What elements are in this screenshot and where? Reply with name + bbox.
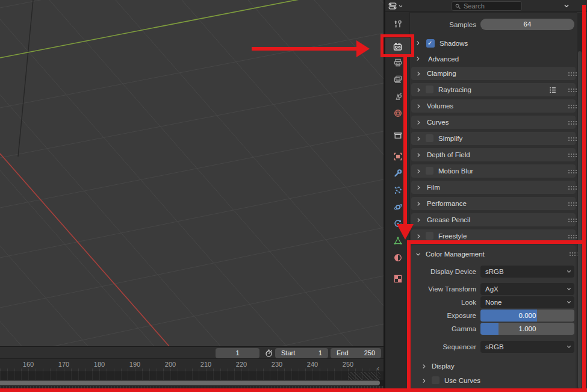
advanced-label: Advanced [428, 53, 459, 65]
motion-blur-checkbox[interactable] [426, 167, 433, 175]
chevron-down-icon [566, 344, 572, 350]
view-transform-dropdown[interactable]: AgX [480, 283, 574, 295]
tab-texture[interactable] [385, 270, 410, 287]
annotation-line-right-edge [582, 5, 586, 392]
tab-material[interactable] [385, 249, 410, 266]
world-globe-icon [393, 108, 403, 118]
frame-start-field[interactable]: Start 1 [275, 348, 328, 358]
ruler-tick-label: 160 [19, 361, 37, 368]
panel-section-performance[interactable]: Performance [411, 197, 576, 210]
panel-section-grease-pencil[interactable]: Grease Pencil [411, 213, 576, 226]
gamma-slider[interactable]: 1.000 [480, 323, 574, 335]
viewport-3d[interactable] [0, 0, 384, 346]
drag-handle-icon[interactable] [568, 219, 570, 220]
timeline-scroll-track[interactable] [0, 380, 384, 386]
chevron-right-icon [415, 152, 422, 158]
viewport-grid [0, 0, 384, 346]
timeline-header: 1 Start 1 End 250 [0, 346, 384, 359]
annotation-arrow-vertical-shaft [403, 57, 407, 224]
panel-scrollbar-thumb[interactable] [578, 51, 582, 388]
scene-icon [393, 92, 403, 101]
drag-handle-icon[interactable] [568, 170, 570, 171]
chevron-down-icon [566, 269, 572, 275]
search-input[interactable]: Search [452, 1, 522, 11]
section-label: Raytracing [438, 84, 471, 96]
section-label: Film [427, 181, 440, 193]
simplify-checkbox[interactable] [426, 134, 433, 142]
panel-section-volumes[interactable]: Volumes [411, 99, 576, 113]
drag-handle-icon[interactable] [568, 121, 570, 122]
wrench-icon [393, 169, 403, 178]
chevron-right-icon [415, 184, 422, 191]
chevron-down-icon [566, 299, 572, 305]
sequencer-dropdown[interactable]: sRGB [480, 341, 574, 353]
particles-icon [393, 185, 403, 195]
section-label: Clamping [427, 67, 456, 79]
drag-handle-icon[interactable] [568, 154, 570, 155]
ruler-tick-label: 170 [55, 361, 73, 368]
properties-header-bar: Search [385, 0, 587, 12]
annotation-arrow-vertical-head [397, 224, 414, 240]
chevron-right-icon[interactable] [415, 55, 421, 62]
current-frame-field[interactable]: 1 [216, 348, 259, 358]
panel-section-simplify[interactable]: Simplify [411, 132, 576, 145]
search-placeholder: Search [464, 2, 485, 10]
drag-handle-icon[interactable] [568, 186, 570, 187]
chevron-right-icon [415, 201, 422, 207]
panel-section-raytracing[interactable]: Raytracing [411, 83, 576, 96]
look-label: Look [410, 296, 476, 308]
drag-handle-icon[interactable] [570, 252, 571, 254]
physics-orbit-icon [393, 202, 403, 212]
drag-handle-icon[interactable] [568, 137, 570, 138]
drag-handle-icon[interactable] [568, 202, 570, 204]
frame-end-field[interactable]: End 250 [331, 348, 381, 358]
timeline-editor: 1 Start 1 End 250 160 170 180 190 200 21… [0, 346, 384, 392]
gamma-value: 1.000 [480, 323, 574, 335]
section-label: Curves [427, 116, 449, 128]
chevron-down-icon [566, 286, 572, 292]
panel-section-motion-blur[interactable]: Motion Blur [411, 164, 576, 178]
panel-section-depth-of-field[interactable]: Depth of Field [411, 148, 576, 161]
freestyle-checkbox[interactable] [426, 232, 433, 240]
raytracing-checkbox[interactable] [426, 86, 433, 93]
panel-section-clamping[interactable]: Clamping [411, 67, 576, 80]
presets-list-icon[interactable] [548, 86, 557, 94]
panel-section-film[interactable]: Film [411, 181, 576, 194]
chevron-right-icon[interactable] [415, 40, 421, 46]
ruler-tick-label: 200 [161, 361, 179, 368]
color-management-title: Color Management [426, 248, 485, 260]
editor-type-button[interactable] [388, 1, 409, 11]
view-layer-images-icon [393, 75, 403, 84]
drag-handle-icon[interactable] [568, 105, 570, 106]
panel-scrollbar-track[interactable] [577, 13, 582, 392]
timeline-scrollbar[interactable] [0, 381, 380, 385]
sequencer-value: sRGB [485, 343, 504, 350]
samples-field[interactable]: 64 [480, 19, 574, 30]
chevron-right-icon [415, 135, 422, 142]
tab-tool[interactable] [385, 16, 410, 33]
exposure-label: Exposure [410, 310, 476, 322]
collection-box-icon [393, 131, 403, 140]
timeline-tracks[interactable] [0, 372, 384, 380]
section-label: Volumes [427, 100, 453, 112]
chevron-right-icon [415, 233, 422, 240]
shadows-checkbox[interactable] [426, 39, 435, 48]
timeline-collapse-arrow-icon[interactable]: ‹ [377, 364, 383, 373]
z-axis-line [18, 0, 33, 157]
use-curves-checkbox[interactable] [432, 376, 439, 384]
properties-editor-icon [388, 1, 397, 11]
look-dropdown[interactable]: None [480, 296, 574, 308]
drag-handle-icon[interactable] [568, 72, 570, 73]
filter-dropdown-button[interactable] [559, 1, 574, 11]
display-device-dropdown[interactable]: sRGB [480, 266, 574, 278]
ruler-tick-label: 220 [232, 361, 250, 368]
drag-handle-icon[interactable] [568, 89, 570, 90]
exposure-slider[interactable]: 0.000 [480, 310, 574, 322]
object-square-icon [393, 152, 403, 161]
panel-section-curves[interactable]: Curves [411, 116, 576, 129]
annotation-arrow-horizontal-head [356, 40, 370, 57]
drag-handle-icon[interactable] [568, 235, 570, 236]
preview-range-button[interactable] [263, 348, 274, 358]
chevron-right-icon [421, 378, 427, 384]
timeline-ruler[interactable]: 160 170 180 190 200 210 220 230 240 250 [0, 359, 384, 372]
